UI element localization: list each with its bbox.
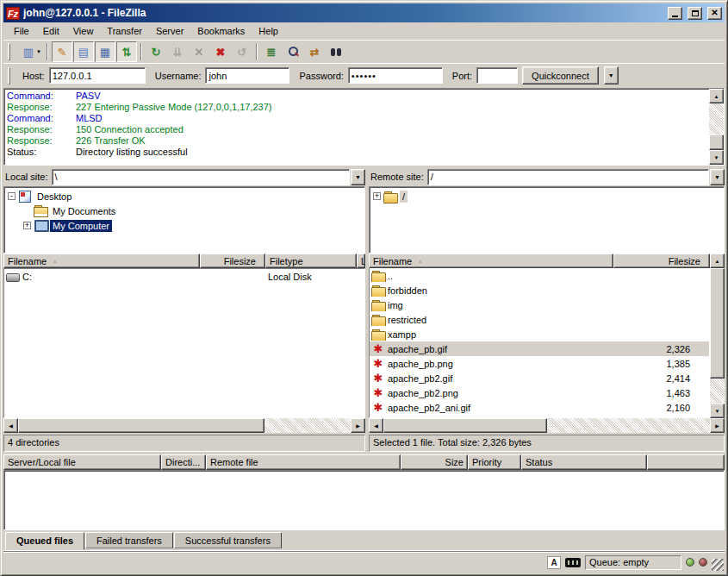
toolbar-button[interactable] [73, 41, 94, 62]
column-header[interactable]: Filesize [613, 254, 710, 268]
column-header[interactable]: Filetype [265, 254, 357, 268]
menu-item[interactable]: View [66, 24, 101, 38]
scroll-track[interactable] [264, 418, 351, 433]
log-scrollbar[interactable]: ▲ ▼ [709, 89, 724, 165]
file-row[interactable]: apache_pb2.gif 2,414 [370, 371, 709, 385]
column-header[interactable]: Filesize [200, 254, 265, 268]
scroll-track[interactable] [710, 379, 725, 404]
toolbar-button[interactable] [326, 41, 346, 62]
remote-site-dropdown-button[interactable]: ▼ [710, 169, 725, 185]
username-input[interactable] [205, 67, 289, 84]
queue-column-header[interactable]: Status [521, 454, 647, 470]
scroll-thumb[interactable] [18, 418, 264, 433]
tree-item[interactable]: My Documents [4, 203, 364, 218]
toolbar-button[interactable] [232, 41, 252, 62]
transfer-type-indicator-icon[interactable]: A [547, 556, 561, 569]
toolbar-button[interactable] [304, 41, 325, 62]
close-button[interactable]: ✕ [707, 7, 722, 20]
resize-grip[interactable] [712, 559, 724, 571]
queue-column-header[interactable]: Size [401, 454, 468, 470]
toolbar-button[interactable] [210, 41, 231, 62]
column-header[interactable]: L [357, 254, 365, 268]
scroll-left-button[interactable]: ◀ [369, 418, 383, 433]
port-input[interactable] [476, 67, 518, 84]
file-row[interactable]: apache_pb2.png 1,463 [370, 385, 709, 400]
scroll-down-button[interactable]: ▼ [710, 404, 725, 418]
column-header[interactable]: Filename [3, 254, 200, 268]
scroll-track[interactable] [547, 418, 710, 433]
tree-expander[interactable]: + [23, 222, 31, 229]
quickconnect-dropdown-button[interactable]: ▼ [604, 66, 619, 85]
queue-column-header[interactable]: Server/Local file [3, 454, 161, 470]
file-row[interactable]: xampp [370, 327, 709, 341]
toolbar-button[interactable] [146, 41, 166, 62]
file-row[interactable]: img [370, 297, 709, 312]
file-row[interactable]: apache_pb2_ani.gif 2,160 [370, 400, 709, 415]
file-row[interactable]: forbidden [370, 283, 709, 297]
scroll-up-button[interactable]: ▲ [710, 254, 725, 268]
queue-tab[interactable]: Failed transfers [85, 532, 173, 548]
tree-item[interactable]: + / [370, 189, 724, 203]
column-header[interactable]: Filename [369, 254, 613, 268]
scroll-left-button[interactable]: ◀ [3, 418, 18, 433]
tree-item-label[interactable]: Desktop [34, 191, 74, 203]
tree-item-label[interactable]: My Computer [50, 220, 112, 232]
local-site-value[interactable]: \ [52, 169, 350, 185]
local-site-dropdown-button[interactable]: ▼ [351, 169, 365, 185]
remote-site-combo[interactable]: / ▼ [427, 169, 725, 185]
scroll-up-button[interactable]: ▲ [709, 89, 724, 103]
menu-item[interactable]: Server [149, 24, 190, 38]
local-site-combo[interactable]: \ ▼ [52, 169, 365, 185]
tree-item-label[interactable]: My Documents [50, 205, 118, 217]
password-input[interactable] [348, 67, 443, 84]
remote-vertical-scrollbar[interactable]: ▲ ▼ [710, 254, 725, 418]
queue-tab[interactable]: Successful transfers [174, 532, 282, 548]
scroll-right-button[interactable]: ▶ [710, 418, 725, 433]
toolbar-button[interactable] [283, 41, 303, 62]
menu-item[interactable]: Edit [36, 24, 66, 38]
toolbar-button[interactable] [14, 41, 43, 62]
scroll-thumb[interactable] [709, 135, 724, 150]
tree-item[interactable]: + My Computer [4, 218, 364, 233]
host-input[interactable] [49, 67, 146, 84]
scroll-down-button[interactable]: ▼ [709, 150, 724, 165]
toolbar-button[interactable] [140, 43, 142, 60]
scroll-thumb[interactable] [383, 418, 547, 433]
menu-item[interactable]: Help [252, 24, 285, 38]
maximize-button[interactable] [688, 7, 702, 20]
remote-site-value[interactable]: / [427, 169, 709, 185]
toolbar-button[interactable] [167, 41, 188, 62]
toolbar-button[interactable] [116, 41, 137, 62]
queue-column-header[interactable] [647, 454, 725, 470]
queue-body[interactable] [3, 470, 725, 530]
toolbar-button[interactable] [52, 41, 72, 62]
tree-expander[interactable]: + [373, 192, 381, 200]
remote-horizontal-scrollbar[interactable]: ◀ ▶ [369, 418, 725, 433]
toolbar-button[interactable] [261, 41, 282, 62]
toolbar-button[interactable] [47, 43, 48, 60]
toolbar-button[interactable] [256, 43, 258, 60]
quickconnect-button[interactable]: Quickconnect [522, 66, 599, 85]
queue-column-header[interactable]: Remote file [206, 454, 401, 470]
scroll-thumb[interactable] [710, 268, 725, 379]
file-row[interactable]: apache_pb.png 1,385 [370, 356, 709, 371]
menu-item[interactable]: File [7, 24, 36, 38]
tree-item[interactable]: - Desktop [4, 189, 364, 203]
file-row[interactable]: .. [370, 268, 709, 283]
toolbar-button[interactable] [189, 41, 209, 62]
file-row[interactable]: restricted [370, 312, 709, 327]
menu-item[interactable]: Bookmarks [190, 24, 252, 38]
tree-expander[interactable] [23, 207, 31, 215]
scroll-right-button[interactable]: ▶ [351, 418, 365, 433]
menu-item[interactable]: Transfer [100, 24, 149, 38]
file-row[interactable]: apache_pb.gif 2,326 [370, 341, 709, 356]
queue-column-header[interactable]: Directi... [161, 454, 206, 470]
file-row[interactable]: C: Local Disk [4, 269, 364, 284]
queue-column-header[interactable]: Priority [468, 454, 521, 470]
status-indicator-badge-icon[interactable] [565, 558, 581, 567]
toolbar-button[interactable] [95, 41, 115, 62]
tree-item-label[interactable]: / [400, 191, 408, 203]
tree-expander[interactable]: - [8, 192, 16, 200]
queue-tab[interactable]: Queued files [5, 532, 84, 550]
scroll-track[interactable] [709, 103, 724, 135]
